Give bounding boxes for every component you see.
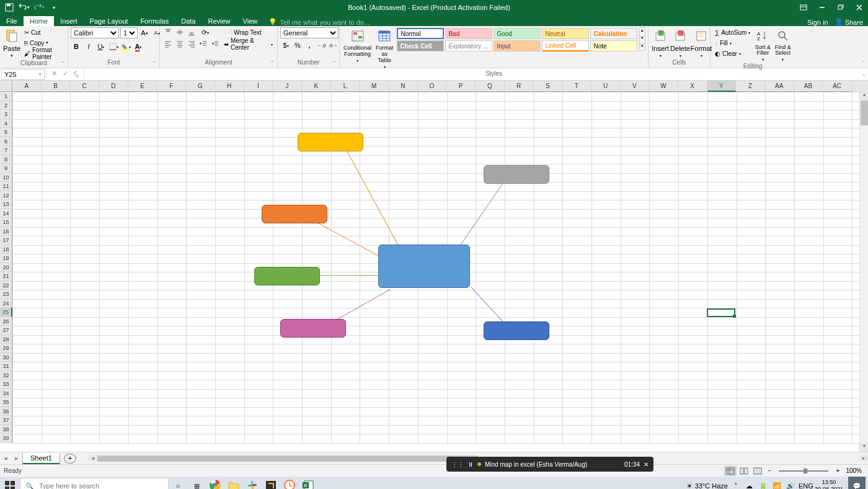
column-header-C[interactable]: C xyxy=(70,81,99,92)
column-header-X[interactable]: X xyxy=(678,81,707,92)
align-right-button[interactable] xyxy=(186,39,197,49)
column-header-AC[interactable]: AC xyxy=(823,81,852,92)
row-header-18[interactable]: 18 xyxy=(0,245,12,254)
cut-button[interactable]: ✂Cut xyxy=(22,27,65,37)
decrease-decimal-button[interactable]: .0→ xyxy=(327,40,339,50)
new-sheet-button[interactable]: + xyxy=(64,454,76,464)
chrome-app[interactable] xyxy=(206,477,224,489)
accounting-format-button[interactable]: $▾ xyxy=(280,40,291,50)
zoom-level[interactable]: 100% xyxy=(843,467,864,474)
orientation-button[interactable]: ⟳▾ xyxy=(198,27,213,37)
tray-onedrive-icon[interactable]: ☁ xyxy=(744,482,755,490)
find-select-button[interactable]: Find & Select▾ xyxy=(774,27,792,63)
scroll-left-button[interactable]: ◂ xyxy=(89,455,97,461)
paste-button[interactable]: Paste ▾ xyxy=(2,27,21,60)
scroll-up-button[interactable]: ▴ xyxy=(860,92,868,101)
font-name-select[interactable]: Calibri xyxy=(71,27,119,38)
row-header-17[interactable]: 17 xyxy=(0,236,12,245)
row-header-6[interactable]: 6 xyxy=(0,137,12,146)
name-box[interactable]: Y25▾ xyxy=(1,69,45,80)
shape-gray[interactable] xyxy=(484,165,549,184)
task-view-button[interactable]: ⊞ xyxy=(187,477,206,489)
styles-scroll-up[interactable]: ▴ xyxy=(640,28,645,35)
tab-formulas[interactable]: Formulas xyxy=(134,16,175,26)
page-break-view-button[interactable] xyxy=(751,466,764,476)
tab-data[interactable]: Data xyxy=(175,16,202,26)
style-check-cell[interactable]: Check Cell xyxy=(397,40,444,52)
row-header-30[interactable]: 30 xyxy=(0,353,12,362)
signin-link[interactable]: Sign in xyxy=(807,19,828,26)
increase-indent-button[interactable] xyxy=(210,39,221,49)
zoom-slider[interactable] xyxy=(779,470,828,472)
pause-icon[interactable]: ⏸ xyxy=(467,461,474,468)
row-header-3[interactable]: 3 xyxy=(0,110,12,119)
column-header-K[interactable]: K xyxy=(302,81,331,92)
sheet-nav-prev[interactable]: ◂ xyxy=(0,454,11,462)
row-header-26[interactable]: 26 xyxy=(0,317,12,326)
row-header-9[interactable]: 9 xyxy=(0,164,12,173)
tab-home[interactable]: Home xyxy=(24,16,54,26)
column-header-E[interactable]: E xyxy=(128,81,157,92)
qat-customize[interactable]: ▾ xyxy=(47,1,61,14)
shape-yellow[interactable] xyxy=(298,133,363,151)
drag-handle-icon[interactable]: ⋮⋮ xyxy=(451,461,464,468)
row-header-20[interactable]: 20 xyxy=(0,263,12,272)
row-header-34[interactable]: 34 xyxy=(0,389,12,398)
vertical-scroll-thumb[interactable] xyxy=(861,101,868,125)
excel-app[interactable]: X xyxy=(299,477,317,489)
tray-show-hidden[interactable]: ˄ xyxy=(730,482,742,490)
column-header-B[interactable]: B xyxy=(42,81,71,92)
increase-decimal-button[interactable]: ←.0 xyxy=(316,40,327,50)
row-header-25[interactable]: 25 xyxy=(0,308,12,317)
column-header-N[interactable]: N xyxy=(389,81,418,92)
start-button[interactable] xyxy=(0,477,20,489)
tab-page-layout[interactable]: Page Layout xyxy=(84,16,135,26)
row-header-21[interactable]: 21 xyxy=(0,272,12,281)
column-header-Q[interactable]: Q xyxy=(476,81,505,92)
row-header-10[interactable]: 10 xyxy=(0,173,12,182)
shape-green[interactable] xyxy=(254,267,320,285)
column-header-R[interactable]: R xyxy=(505,81,534,92)
insert-function-button[interactable]: fx xyxy=(71,70,81,79)
app-dark[interactable] xyxy=(262,477,280,489)
tab-insert[interactable]: Insert xyxy=(54,16,84,26)
row-header-19[interactable]: 19 xyxy=(0,254,12,263)
style-normal[interactable]: Normal xyxy=(397,28,444,39)
horizontal-scroll-thumb[interactable] xyxy=(97,455,479,462)
sheet-tab-sheet1[interactable]: Sheet1 xyxy=(22,453,60,464)
format-as-table-button[interactable]: Format as Table▾ xyxy=(374,27,395,70)
recording-bar[interactable]: ⋮⋮ ⏸ Mind map in excel (Esha Verma/Aug) … xyxy=(446,457,653,472)
sheet-nav-next[interactable]: ▸ xyxy=(11,454,22,462)
styles-more[interactable]: ▾ xyxy=(640,43,645,50)
style-explanatory[interactable]: Explanatory ... xyxy=(445,40,492,52)
column-header-F[interactable]: F xyxy=(157,81,186,92)
align-center-button[interactable] xyxy=(174,39,185,49)
redo-button[interactable]: ▾ xyxy=(32,1,46,14)
shape-orange[interactable] xyxy=(262,205,327,223)
style-calculation[interactable]: Calculation xyxy=(590,28,637,39)
row-header-16[interactable]: 16 xyxy=(0,227,12,236)
close-button[interactable] xyxy=(851,1,868,14)
collapse-ribbon-button[interactable]: ˄ xyxy=(862,60,866,66)
cortana-button[interactable]: ○ xyxy=(169,477,187,489)
align-bottom-button[interactable] xyxy=(186,27,197,37)
row-header-31[interactable]: 31 xyxy=(0,362,12,371)
action-center-button[interactable]: 💬 xyxy=(848,477,866,489)
row-header-27[interactable]: 27 xyxy=(0,326,12,335)
column-header-U[interactable]: U xyxy=(591,81,621,92)
row-header-29[interactable]: 29 xyxy=(0,344,12,353)
close-recording-button[interactable]: ✕ xyxy=(644,461,649,468)
row-header-38[interactable]: 38 xyxy=(0,425,12,434)
align-middle-button[interactable] xyxy=(174,27,185,37)
bold-button[interactable]: B xyxy=(71,42,82,52)
tray-battery-icon[interactable]: 🔋 xyxy=(758,482,769,490)
tab-review[interactable]: Review xyxy=(202,16,236,26)
zoom-in-button[interactable]: + xyxy=(833,467,842,474)
column-header-I[interactable]: I xyxy=(244,81,273,92)
row-header-22[interactable]: 22 xyxy=(0,281,12,290)
column-header-Y[interactable]: Y xyxy=(707,81,737,92)
percent-button[interactable]: % xyxy=(292,40,303,50)
styles-scroll-down[interactable]: ▾ xyxy=(640,35,645,43)
shape-pink[interactable] xyxy=(280,319,346,338)
tray-wifi-icon[interactable]: 📶 xyxy=(771,482,782,490)
